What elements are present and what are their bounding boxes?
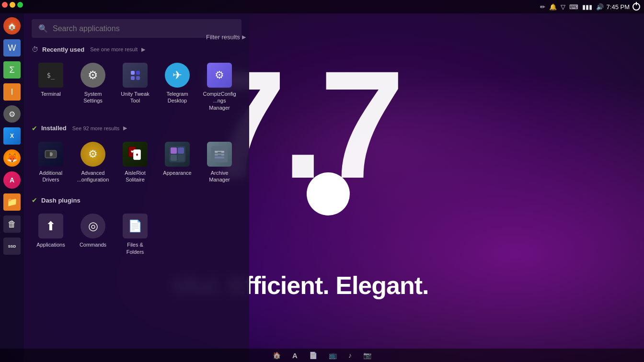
sidebar-item-impress[interactable]: I xyxy=(1,81,23,102)
taskbar-music-icon[interactable]: ♪ xyxy=(348,351,352,359)
app-aisleriot[interactable]: ♥ ♦ AisleRiot Solitaire xyxy=(116,138,154,187)
plugin-files-folders[interactable]: 📄 Files & Folders xyxy=(116,210,154,259)
close-button[interactable]: ✕ xyxy=(2,2,8,8)
recently-used-icon: ⏱ xyxy=(32,45,38,53)
trash-icon: 🗑 xyxy=(3,215,21,233)
additional-drivers-label: Additional Drivers xyxy=(34,170,68,183)
plugin-applications[interactable]: ⬆ Applications xyxy=(32,210,70,259)
archive-manager-icon xyxy=(207,142,232,167)
system-settings-label: System Settings xyxy=(76,90,110,104)
sidebar-item-ssd[interactable]: SSD xyxy=(1,236,23,257)
app-telegram[interactable]: ✈ Telegram Desktop xyxy=(158,59,196,115)
battery-icon: ▮▮▮ xyxy=(582,3,592,11)
dash-plugins-header: ✔ Dash plugins xyxy=(32,196,242,204)
search-input[interactable] xyxy=(53,24,235,33)
taskbar-home-icon[interactable]: 🏠 xyxy=(273,351,281,359)
unity-tweak-label: Unity Tweak Tool xyxy=(118,90,152,104)
installed-more[interactable]: See 92 more results xyxy=(72,125,119,131)
files-folders-plugin-label: Files & Folders xyxy=(118,241,152,255)
recently-used-title: Recently used xyxy=(42,46,84,53)
sidebar: 🏠 W Σ I ⚙ X 🦊 A 📁 🗑 SSD xyxy=(0,13,24,349)
system-settings-icon: ⚙ xyxy=(80,63,105,88)
app-unity-tweak[interactable]: Unity Tweak Tool xyxy=(116,59,154,115)
advanced-config-label: Advanced ...onfiguration xyxy=(76,170,110,183)
settings-icon: ⚙ xyxy=(3,105,21,123)
svg-rect-2 xyxy=(46,151,50,157)
dash-plugins-grid: ⬆ Applications ◎ Commands 📄 Files & Fold… xyxy=(32,210,242,259)
appearance-label: Appearance xyxy=(163,170,191,176)
filter-label: Filter results xyxy=(206,34,240,41)
files-folders-plugin-icon: 📄 xyxy=(123,214,148,238)
installed-check-icon: ✔ xyxy=(32,124,37,132)
filter-arrow-icon: ▶ xyxy=(242,34,246,40)
recently-used-header: ⏱ Recently used See one more result ▶ xyxy=(32,45,242,53)
appearance-icon xyxy=(165,142,190,167)
svg-rect-11 xyxy=(215,157,224,158)
maximize-button[interactable] xyxy=(17,2,23,8)
app-appearance[interactable]: Appearance xyxy=(158,138,196,187)
impress-icon: I xyxy=(3,83,21,101)
sidebar-item-writer[interactable]: W xyxy=(1,37,23,58)
telegram-icon: ✈ xyxy=(165,63,190,88)
sidebar-item-calc[interactable]: Σ xyxy=(1,59,23,80)
commands-plugin-icon: ◎ xyxy=(80,214,105,238)
taskbar: 🏠 A 📄 📺 ♪ 📷 xyxy=(0,349,644,362)
applications-plugin-label: Applications xyxy=(36,241,65,248)
app-additional-drivers[interactable]: Additional Drivers xyxy=(32,138,70,187)
firefox-icon: 🦊 xyxy=(3,149,21,167)
recently-used-arrow: ▶ xyxy=(141,46,145,53)
taskbar-font-icon[interactable]: A xyxy=(292,351,298,360)
recently-used-more[interactable]: See one more result xyxy=(90,46,138,52)
unity-tweak-icon xyxy=(123,63,148,88)
search-icon: 🔍 xyxy=(38,24,48,33)
sidebar-item-firefox[interactable]: 🦊 xyxy=(1,147,23,169)
window-controls: ✕ − xyxy=(2,2,23,8)
bell-icon: 🔔 xyxy=(549,3,557,11)
taskbar-file-icon[interactable]: 📄 xyxy=(309,351,317,359)
filter-results-button[interactable]: Filter results ▶ xyxy=(206,34,246,41)
taskbar-camera-icon[interactable]: 📷 xyxy=(363,351,371,359)
app-system-settings[interactable]: ⚙ System Settings xyxy=(74,59,112,115)
applications-plugin-icon: ⬆ xyxy=(38,214,63,238)
dash-panel: 🔍 Filter results ▶ ⏱ Recently used See o… xyxy=(24,13,249,362)
topbar: ✏ 🔔 ▽ ⌨ ▮▮▮ 🔊 7:45 PM xyxy=(0,0,644,13)
minimize-button[interactable]: − xyxy=(10,2,15,8)
wifi-icon: ▽ xyxy=(561,3,565,11)
svg-rect-5 xyxy=(178,147,184,154)
plugin-commands[interactable]: ◎ Commands xyxy=(74,210,112,259)
additional-drivers-icon xyxy=(38,142,63,167)
app-archive-manager[interactable]: Archive Manager xyxy=(200,138,239,187)
installed-title: Installed xyxy=(41,124,67,132)
taskbar-screen-icon[interactable]: 📺 xyxy=(329,351,337,359)
volume-icon: 🔊 xyxy=(596,3,604,11)
compizconfig-icon: ⚙ xyxy=(207,63,232,88)
app-compizconfig[interactable]: ⚙ CompizConfig ...ngs Manager xyxy=(200,59,239,115)
telegram-label: Telegram Desktop xyxy=(160,90,195,104)
sidebar-item-folder[interactable]: 📁 xyxy=(1,192,23,213)
app-advanced-config[interactable]: ⚙ Advanced ...onfiguration xyxy=(74,138,112,187)
terminal-icon: $_ xyxy=(38,63,63,88)
svg-rect-7 xyxy=(178,155,184,161)
svg-rect-4 xyxy=(171,147,177,154)
app-terminal[interactable]: $_ Terminal xyxy=(32,59,70,115)
sidebar-item-settings[interactable]: ⚙ xyxy=(1,103,23,124)
aisleriot-label: AisleRiot Solitaire xyxy=(118,170,152,183)
commands-plugin-label: Commands xyxy=(80,241,106,248)
writer-icon: W xyxy=(3,39,21,57)
archive-manager-label: Archive Manager xyxy=(202,170,237,183)
desktop-circle xyxy=(307,172,350,215)
sidebar-item-xorg[interactable]: X xyxy=(1,125,23,147)
svg-rect-12 xyxy=(218,152,221,153)
svg-rect-6 xyxy=(171,155,177,161)
sidebar-item-ubuntu[interactable]: 🏠 xyxy=(1,15,23,36)
dash-plugins-title: Dash plugins xyxy=(41,197,80,204)
advanced-config-icon: ⚙ xyxy=(80,142,105,167)
power-button[interactable] xyxy=(632,3,640,11)
apt-icon: A xyxy=(3,171,21,189)
installed-header: ✔ Installed See 92 more results ▶ xyxy=(32,124,242,132)
sidebar-item-trash[interactable]: 🗑 xyxy=(1,214,23,235)
installed-arrow: ▶ xyxy=(123,125,127,131)
sidebar-item-apt[interactable]: A xyxy=(1,170,23,191)
dash-plugins-check-icon: ✔ xyxy=(32,196,37,204)
keyboard-icon: ⌨ xyxy=(569,3,578,11)
